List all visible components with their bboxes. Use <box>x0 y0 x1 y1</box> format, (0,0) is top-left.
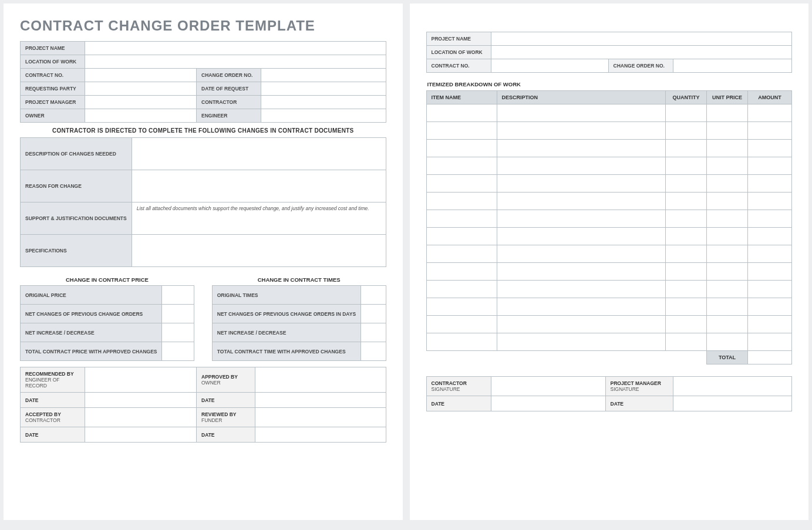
recommended-by-sub: ENGINEER OF RECORD <box>25 377 80 389</box>
header-table-p2: PROJECT NAME LOCATION OF WORK CONTRACT N… <box>426 32 793 73</box>
col-description: DESCRIPTION <box>497 91 666 104</box>
label-recommended-by: RECOMMENDED BY ENGINEER OF RECORD <box>21 367 85 393</box>
input-contract-no-p2[interactable] <box>491 59 608 73</box>
input-recommended-by[interactable] <box>85 367 197 393</box>
reviewed-by-sub: FUNDER <box>201 417 250 423</box>
input-net-incdec-price[interactable] <box>162 323 194 342</box>
pm-sig-sub: SIGNATURE <box>611 386 668 392</box>
col-item-name: ITEM NAME <box>426 91 497 104</box>
contractor-sig-text: CONTRACTOR <box>432 380 467 386</box>
input-support-docs[interactable]: List all attached documents which suppor… <box>132 202 386 235</box>
input-accepted-date[interactable] <box>85 427 197 443</box>
input-contractor[interactable] <box>261 96 386 109</box>
accepted-by-sub: CONTRACTOR <box>25 417 80 423</box>
reviewed-by-text: REVIEWED BY <box>201 411 237 417</box>
header-table: PROJECT NAME LOCATION OF WORK CONTRACT N… <box>20 41 386 123</box>
page-1: CONTRACT CHANGE ORDER TEMPLATE PROJECT N… <box>4 4 403 520</box>
price-section-heading: CHANGE IN CONTRACT PRICE <box>20 273 194 285</box>
label-net-prev-price: NET CHANGES OF PREVIOUS CHANGE ORDERS <box>21 305 162 323</box>
label-contractor: CONTRACTOR <box>197 96 261 109</box>
input-original-times[interactable] <box>361 286 386 305</box>
input-contractor-sig[interactable] <box>491 377 605 396</box>
label-contract-no-p2: CONTRACT NO. <box>426 59 491 73</box>
input-net-prev-price[interactable] <box>162 305 194 323</box>
label-net-prev-times: NET CHANGES OF PREVIOUS CHANGE ORDERS IN… <box>212 305 360 323</box>
input-recommended-date[interactable] <box>85 393 197 408</box>
input-desc-changes[interactable] <box>132 138 386 170</box>
label-accepted-by: ACCEPTED BY CONTRACTOR <box>21 408 85 427</box>
label-change-order-no-p2: CHANGE ORDER NO. <box>608 59 673 73</box>
input-net-incdec-times[interactable] <box>361 323 386 342</box>
itemized-heading: ITEMIZED BREAKDOWN OF WORK <box>427 81 793 87</box>
table-row[interactable] <box>426 104 792 122</box>
input-owner[interactable] <box>85 109 197 123</box>
table-row[interactable] <box>426 298 792 316</box>
label-requesting-party: REQUESTING PARTY <box>21 82 85 96</box>
input-approved-by[interactable] <box>255 367 386 393</box>
directive-banner: CONTRACTOR IS DIRECTED TO COMPLETE THE F… <box>20 123 386 137</box>
input-total[interactable] <box>748 351 792 364</box>
label-total-times: TOTAL CONTRACT TIME WITH APPROVED CHANGE… <box>212 342 360 361</box>
input-location-p2[interactable] <box>491 46 792 59</box>
label-original-times: ORIGINAL TIMES <box>212 286 360 305</box>
input-original-price[interactable] <box>162 286 194 305</box>
label-project-name: PROJECT NAME <box>21 42 85 55</box>
table-row[interactable] <box>426 333 792 351</box>
input-project-name[interactable] <box>85 42 386 55</box>
label-total-price: TOTAL CONTRACT PRICE WITH APPROVED CHANG… <box>21 342 162 361</box>
table-row[interactable] <box>426 245 792 263</box>
input-net-prev-times[interactable] <box>361 305 386 323</box>
label-approved-by: APPROVED BY OWNER <box>197 367 255 393</box>
input-location[interactable] <box>85 55 386 69</box>
table-row[interactable] <box>426 140 792 157</box>
input-specifications[interactable] <box>132 235 386 267</box>
col-amount: AMOUNT <box>748 91 792 104</box>
label-location: LOCATION OF WORK <box>21 55 85 69</box>
label-engineer: ENGINEER <box>197 109 261 123</box>
approved-by-sub: OWNER <box>201 380 250 386</box>
label-net-incdec-price: NET INCREASE / DECREASE <box>21 323 162 342</box>
input-pm-sig[interactable] <box>673 377 792 396</box>
input-accepted-by[interactable] <box>85 408 197 427</box>
input-approved-date[interactable] <box>255 393 386 408</box>
table-row[interactable] <box>426 175 792 193</box>
input-change-order-no[interactable] <box>261 69 386 82</box>
label-project-name-p2: PROJECT NAME <box>426 32 491 46</box>
table-row[interactable] <box>426 263 792 281</box>
input-requesting-party[interactable] <box>85 82 197 96</box>
input-pm-date[interactable] <box>673 396 792 411</box>
input-project-manager[interactable] <box>85 96 197 109</box>
table-row[interactable] <box>426 193 792 210</box>
input-engineer[interactable] <box>261 109 386 123</box>
label-contractor-sig: CONTRACTOR SIGNATURE <box>426 377 491 396</box>
input-date-of-request[interactable] <box>261 82 386 96</box>
input-reviewed-by[interactable] <box>255 408 386 427</box>
label-support-docs: SUPPORT & JUSTIFICATION DOCUMENTS <box>21 202 132 235</box>
input-contract-no[interactable] <box>85 69 197 82</box>
approved-by-text: APPROVED BY <box>201 374 238 380</box>
input-total-times[interactable] <box>361 342 386 361</box>
label-change-order-no: CHANGE ORDER NO. <box>197 69 261 82</box>
input-project-name-p2[interactable] <box>491 32 792 46</box>
table-row[interactable] <box>426 157 792 175</box>
table-row[interactable] <box>426 281 792 298</box>
input-reason-change[interactable] <box>132 170 386 202</box>
price-times-section: CHANGE IN CONTRACT PRICE ORIGINAL PRICE … <box>20 273 386 361</box>
input-contractor-date[interactable] <box>491 396 605 411</box>
label-contractor-date: DATE <box>426 396 491 411</box>
recommended-by-text: RECOMMENDED BY <box>25 371 74 377</box>
table-row[interactable] <box>426 122 792 140</box>
pm-sig-text: PROJECT MANAGER <box>611 380 661 386</box>
label-original-price: ORIGINAL PRICE <box>21 286 162 305</box>
input-reviewed-date[interactable] <box>255 427 386 443</box>
changes-table: DESCRIPTION OF CHANGES NEEDED REASON FOR… <box>20 137 386 267</box>
times-table: ORIGINAL TIMES NET CHANGES OF PREVIOUS C… <box>212 285 386 361</box>
input-total-price[interactable] <box>162 342 194 361</box>
input-change-order-no-p2[interactable] <box>673 59 792 73</box>
label-reason-change: REASON FOR CHANGE <box>21 170 132 202</box>
times-section-heading: CHANGE IN CONTRACT TIMES <box>212 273 386 285</box>
table-row[interactable] <box>426 228 792 245</box>
page-2: PROJECT NAME LOCATION OF WORK CONTRACT N… <box>410 4 809 520</box>
table-row[interactable] <box>426 210 792 228</box>
table-row[interactable] <box>426 316 792 333</box>
